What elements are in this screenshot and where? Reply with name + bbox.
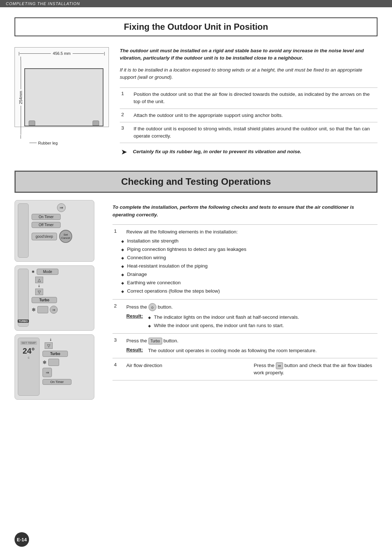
c-step-col1: Air flow direction	[126, 362, 249, 369]
breadcrumb: Completing the Installation	[0, 0, 392, 7]
page-footer: E-14	[15, 532, 29, 547]
rubber-leg-label: Rubber leg	[29, 141, 58, 145]
breadcrumb-text: Completing the Installation	[6, 1, 80, 6]
checking-step-3: 3 Press the Turbo button. Result: The ou…	[113, 334, 377, 358]
checking-step-1: 1 Review all the following elements in t…	[113, 225, 377, 300]
step-text: Position the outdoor unit so that the ai…	[134, 91, 376, 106]
checking-steps: 1 Review all the following elements in t…	[113, 224, 377, 381]
mode-btn: Mode	[37, 269, 58, 275]
step2-result: Result: The indicator lights on the indo…	[114, 313, 376, 330]
checking-title: Checking and Testing Operations	[23, 176, 369, 187]
list-item: While the indoor unit opens, the indoor …	[148, 322, 299, 330]
turbo-btn-2: Turbo	[32, 297, 57, 303]
remotes-column: ⇒ On Timer Off Timer good'sleep	[15, 200, 102, 400]
result-label: Result:	[126, 347, 144, 354]
list-item: Correct operations (follow the steps bel…	[121, 287, 376, 296]
step-row: 2 Attach the outdoor unit to the appropr…	[120, 109, 377, 122]
remote-2: TURBO ✱ Mode △ 🌡 ▽	[15, 265, 94, 331]
c-step-num: 3	[114, 337, 121, 343]
fixing-text-area: The outdoor unit must be installed on a …	[120, 44, 377, 160]
step-text: If the outdoor unit is exposed to strong…	[134, 125, 376, 140]
fixing-title-box: Fixing the Outdoor Unit in Position	[15, 17, 377, 36]
remote-1: ⇒ On Timer Off Timer good'sleep	[15, 200, 94, 262]
result-text: The outdoor unit operates in cooling mod…	[148, 347, 376, 354]
list-item: Installation site strength	[121, 237, 376, 245]
turbo-btn-3: Turbo	[42, 351, 68, 357]
width-label: 456.5 mm	[53, 51, 71, 56]
page-number: E-14	[15, 532, 29, 547]
step-text: Attach the outdoor unit to the appropria…	[134, 112, 283, 119]
fixing-content: | 456.5 mm | | 254mm |	[15, 44, 377, 160]
c-step-num: 2	[114, 303, 121, 309]
c-step-num: 4	[114, 362, 121, 367]
c-step-text: Press the Turbo button.	[126, 337, 376, 345]
list-item: Heat-resistant insulation of the piping	[121, 262, 376, 270]
checking-step-4: 4 Air flow direction Press the ⇔ button …	[113, 358, 377, 381]
remote-3: SET TEMP 24° C 🌡 ▽ Turbo	[15, 334, 94, 400]
c-step-text: Press the ⊙ button.	[126, 303, 376, 311]
list-item: Drainage	[121, 270, 376, 279]
c-step-num: 1	[114, 228, 121, 234]
fixing-steps: 1 Position the outdoor unit so that the …	[120, 87, 377, 143]
step-num: 3	[121, 125, 128, 131]
list-item: Connection wiring	[121, 254, 376, 262]
power-button-icon: ⊙	[148, 303, 156, 311]
result-bullets: The indicator lights on the indoor unit …	[148, 313, 299, 330]
list-item: Piping connection tightness to detect an…	[121, 245, 376, 254]
on-timer-btn: On Timer	[32, 214, 61, 220]
result-label: Result:	[126, 313, 144, 330]
checking-title-box: Checking and Testing Operations	[15, 171, 377, 193]
step-row: 3 If the outdoor unit is exposed to stro…	[120, 122, 377, 143]
arrow-note: ➤ Certainly fix up its rubber leg, in or…	[120, 143, 377, 160]
arrow-icon: ➤	[121, 148, 129, 156]
off-timer-btn: Off Timer	[32, 222, 61, 228]
height-label: 254mm	[19, 91, 23, 104]
list-item: Earthing wire connection	[121, 279, 376, 287]
c-step-col2: Press the ⇔ button and check that the ai…	[254, 362, 376, 377]
unit-diagram: | 456.5 mm | | 254mm |	[15, 47, 109, 127]
on-timer-btn-3: On Timer	[42, 379, 72, 385]
arrow-note-text: Certainly fix up its rubber leg, in orde…	[133, 148, 301, 155]
fixing-italic-note: If it is to be installed in a location e…	[120, 66, 377, 81]
checking-intro: To complete the installation, perform th…	[113, 204, 377, 219]
checking-step-2: 2 Press the ⊙ button. Result: The indica…	[113, 300, 377, 334]
step-num: 2	[121, 112, 128, 117]
checking-text-area: To complete the installation, perform th…	[113, 200, 377, 400]
step-row: 1 Position the outdoor unit so that the …	[120, 88, 377, 109]
step-num: 1	[121, 91, 128, 96]
checking-content: ⇒ On Timer Off Timer good'sleep	[15, 200, 377, 400]
airflow-button-icon: ⇔	[276, 362, 283, 369]
c-step-text: Review all the following elements in the…	[126, 228, 376, 236]
fixing-title: Fixing the Outdoor Unit in Position	[23, 22, 369, 32]
page: Completing the Installation Fixing the O…	[0, 0, 392, 554]
good-sleep-label: good'sleep	[32, 233, 57, 240]
step3-result: Result: The outdoor unit operates in coo…	[114, 347, 376, 354]
step1-bullets: Installation site strength Piping connec…	[114, 237, 376, 296]
fixing-intro: The outdoor unit must be installed on a …	[120, 47, 377, 62]
list-item: The indicator lights on the indoor unit …	[148, 313, 299, 322]
turbo-badge-left: TURBO	[18, 319, 29, 323]
turbo-button-icon: Turbo	[148, 338, 162, 345]
set-cancel-btn: SetCancel	[59, 230, 72, 243]
